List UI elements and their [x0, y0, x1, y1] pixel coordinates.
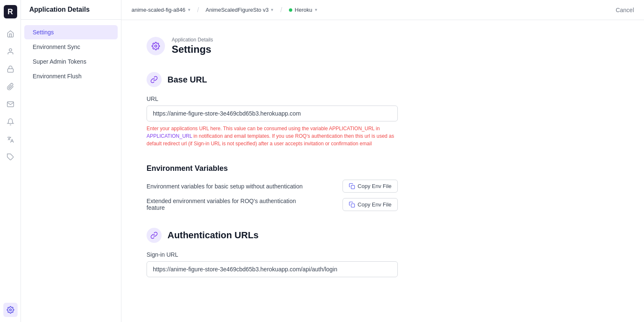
sidebar-item-env-flush[interactable]: Environment Flush — [24, 69, 118, 83]
translate-icon[interactable] — [3, 132, 18, 147]
settings-icon[interactable] — [3, 303, 18, 317]
breadcrumb: Application Details — [172, 37, 213, 43]
environment-name: Heroku — [295, 7, 312, 13]
top-bar: anime-scaled-fig-a846 ▾ / AnimeScaledFig… — [121, 0, 644, 20]
version-selector[interactable]: AnimeScaledFigureSto v3 ▾ — [202, 5, 277, 15]
app-logo: R — [4, 5, 17, 18]
separator-1: / — [197, 6, 199, 14]
base-url-heading: Base URL — [167, 75, 207, 85]
home-icon[interactable] — [3, 27, 18, 41]
lock-icon[interactable] — [3, 62, 18, 76]
base-url-header: Base URL — [147, 72, 619, 87]
svg-point-0 — [9, 49, 12, 51]
page-icon — [147, 37, 165, 55]
copy-env-file-button-1[interactable]: Copy Env File — [343, 180, 398, 193]
page-header: Application Details Settings — [147, 37, 619, 55]
env-variables-heading: Environment Variables — [147, 164, 619, 173]
page-header-text: Application Details Settings — [172, 37, 213, 55]
mail-icon[interactable] — [3, 97, 18, 111]
url-input[interactable] — [147, 106, 398, 121]
help-text-1: Enter your applications URL here. This v… — [147, 126, 380, 131]
env-status-dot — [289, 8, 292, 12]
svg-rect-1 — [8, 69, 13, 72]
nav-menu: Settings Environment Sync Super Admin To… — [21, 20, 121, 89]
environment-selector[interactable]: Heroku ▾ — [286, 5, 321, 15]
page-title: Settings — [172, 44, 213, 55]
auth-urls-icon — [147, 228, 162, 243]
main-area: anime-scaled-fig-a846 ▾ / AnimeScaledFig… — [121, 0, 644, 322]
copy-env-file-label-1: Copy Env File — [358, 183, 392, 189]
base-url-section: Base URL URL Enter your applications URL… — [147, 72, 619, 147]
svg-rect-6 — [351, 204, 355, 207]
version-name: AnimeScaledFigureSto v3 — [206, 7, 268, 13]
svg-point-3 — [9, 309, 11, 311]
content-area: Application Details Settings Base URL UR… — [121, 20, 644, 322]
env-row-1: Environment variables for basic setup wi… — [147, 180, 398, 193]
app-title: Application Details — [21, 0, 121, 20]
sidebar-item-settings[interactable]: Settings — [24, 25, 118, 39]
env-desc-2: Extended environment variables for ROQ's… — [147, 198, 306, 211]
signin-url-input[interactable] — [147, 261, 398, 277]
icon-sidebar: R — [0, 0, 21, 322]
left-sidebar: Application Details Settings Environment… — [21, 0, 121, 322]
project-name: anime-scaled-fig-a846 — [131, 7, 185, 13]
copy-env-file-label-2: Copy Env File — [358, 201, 392, 208]
env-desc-1: Environment variables for basic setup wi… — [147, 183, 303, 190]
sidebar-item-admin-tokens[interactable]: Super Admin Tokens — [24, 54, 118, 69]
help-text-var: APPLICATION_URL — [147, 133, 193, 139]
env-chevron-icon: ▾ — [315, 7, 317, 13]
env-row-2: Extended environment variables for ROQ's… — [147, 198, 398, 211]
paperclip-icon[interactable] — [3, 80, 18, 94]
version-chevron-icon: ▾ — [271, 7, 273, 13]
project-selector[interactable]: anime-scaled-fig-a846 ▾ — [128, 5, 194, 15]
auth-urls-heading: Authentication URLs — [167, 230, 259, 241]
users-icon[interactable] — [3, 44, 18, 59]
copy-env-file-button-2[interactable]: Copy Env File — [343, 198, 398, 211]
project-chevron-icon: ▾ — [188, 7, 191, 13]
auth-urls-section: Authentication URLs Sign-in URL — [147, 228, 619, 277]
auth-urls-header: Authentication URLs — [147, 228, 619, 243]
svg-point-4 — [155, 45, 157, 47]
signin-url-label: Sign-in URL — [147, 251, 619, 258]
url-field-label: URL — [147, 95, 619, 102]
puzzle-icon[interactable] — [3, 150, 18, 164]
url-help-text: Enter your applications URL here. This v… — [147, 125, 398, 147]
env-variables-section: Environment Variables Environment variab… — [147, 164, 619, 211]
separator-2: / — [280, 6, 282, 14]
cancel-button[interactable]: Cancel — [612, 5, 637, 15]
bell-icon[interactable] — [3, 115, 18, 129]
sidebar-item-env-sync[interactable]: Environment Sync — [24, 40, 118, 54]
svg-rect-5 — [351, 185, 355, 189]
base-url-icon — [147, 72, 162, 87]
